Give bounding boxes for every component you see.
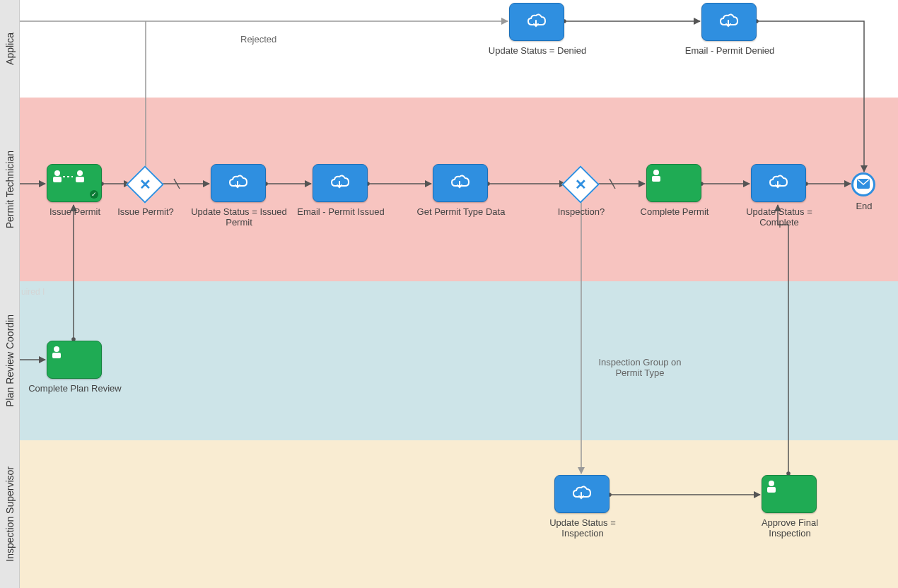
lane-label-applicant: Applica [0, 0, 20, 98]
task-update-status-issued[interactable] [211, 164, 266, 202]
task-label: Approve Final Inspection [740, 517, 839, 539]
envelope-icon [857, 179, 870, 191]
end-event[interactable] [851, 172, 875, 196]
lane-plan-review-band [20, 281, 898, 440]
edge-label-inspection-group: Inspection Group on Permit Type [587, 357, 693, 378]
lane-label-text: Inspection Supervisor [4, 466, 16, 562]
svg-rect-30 [767, 487, 776, 493]
task-label: Complete Permit [625, 206, 724, 217]
faded-text: uired I [21, 287, 45, 297]
cloud-icon [526, 13, 547, 31]
task-update-status-complete[interactable] [751, 164, 806, 202]
task-complete-permit[interactable] [646, 164, 701, 202]
lane-label-inspection: Inspection Supervisor [0, 440, 20, 588]
svg-rect-25 [652, 176, 660, 182]
lane-label-plan-review: Plan Review Coordin [0, 281, 20, 440]
user-task-icon [651, 169, 665, 183]
task-label: Update Status = Issued Permit [189, 206, 288, 228]
task-label: Update Status = Denied [488, 45, 587, 56]
svg-rect-22 [76, 177, 84, 182]
task-update-status-inspection[interactable] [554, 475, 610, 513]
lane-label-text: Applica [4, 33, 16, 65]
lane-label-text: Permit Technician [4, 151, 16, 228]
user-task-icon [52, 169, 86, 184]
cloud-icon [450, 175, 471, 192]
task-issue-permit[interactable]: ✓ [47, 164, 102, 202]
task-label: Update Status = Complete [730, 206, 829, 228]
svg-point-21 [77, 170, 83, 176]
cloud-icon [330, 175, 351, 192]
lane-inspection-band [20, 440, 898, 588]
task-label: Email - Permit Issued [291, 206, 390, 217]
svg-point-29 [769, 481, 774, 486]
svg-rect-28 [52, 353, 61, 358]
lane-label-text: Plan Review Coordin [4, 314, 16, 407]
lane-label-permit-tech: Permit Technician [0, 98, 20, 281]
task-label: Update Status = Inspection [533, 517, 632, 539]
check-badge-icon: ✓ [90, 190, 98, 199]
svg-point-24 [653, 170, 659, 175]
task-approve-final-inspection[interactable] [762, 475, 817, 513]
user-task-icon [52, 346, 66, 360]
x-icon: ✕ [575, 176, 587, 193]
cloud-icon [228, 175, 249, 192]
x-icon: ✕ [139, 176, 151, 193]
task-label: Complete Plan Review [25, 383, 124, 394]
svg-point-19 [54, 170, 60, 176]
task-complete-plan-review[interactable] [47, 341, 102, 379]
end-label: End [815, 201, 898, 211]
task-email-permit-issued[interactable] [313, 164, 368, 202]
task-label: Email - Permit Denied [680, 45, 779, 56]
task-update-status-denied[interactable] [509, 3, 564, 41]
cloud-icon [718, 13, 740, 31]
cloud-icon [768, 175, 789, 192]
gateway-label: Issue Permit? [96, 206, 195, 217]
gateway-label: Inspection? [532, 206, 631, 217]
user-task-icon [766, 480, 781, 494]
cloud-icon [571, 486, 593, 503]
task-get-permit-type-data[interactable] [433, 164, 488, 202]
task-email-permit-denied[interactable] [701, 3, 757, 41]
svg-point-27 [54, 346, 59, 352]
svg-rect-20 [53, 177, 62, 182]
task-label: Get Permit Type Data [412, 206, 511, 217]
edge-label-rejected: Rejected [240, 34, 276, 45]
